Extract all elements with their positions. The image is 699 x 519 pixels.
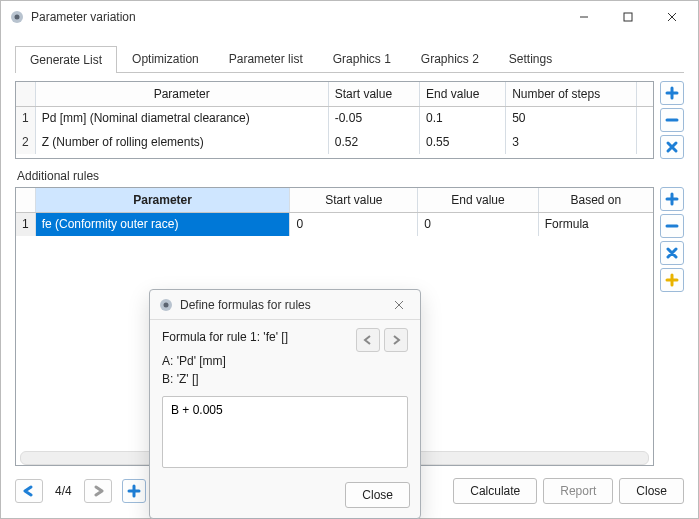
formula-var-a: A: 'Pd' [mm] [162, 354, 408, 368]
clear-rules-button[interactable] [660, 241, 684, 265]
param-table: Parameter Start value End value Number o… [15, 81, 654, 159]
app-icon [158, 297, 174, 313]
close-button[interactable]: Close [619, 478, 684, 504]
cell-start[interactable]: 0.52 [328, 130, 419, 154]
table-row[interactable]: 1 Pd [mm] (Nominal diametral clearance) … [16, 106, 653, 130]
maximize-button[interactable] [606, 2, 650, 32]
cell-based[interactable]: Formula [538, 212, 653, 236]
tab-generate-list[interactable]: Generate List [15, 46, 117, 73]
cell-param[interactable]: fe (Conformity outer race) [35, 212, 290, 236]
page-next-button[interactable] [84, 479, 112, 503]
col-end: End value [420, 82, 506, 106]
remove-param-button[interactable] [660, 108, 684, 132]
cell-steps[interactable]: 50 [506, 106, 637, 130]
formula-input[interactable]: B + 0.005 [162, 396, 408, 468]
svg-point-7 [164, 302, 169, 307]
cell-end[interactable]: 0.55 [420, 130, 506, 154]
row-idx: 1 [16, 106, 35, 130]
report-button[interactable]: Report [543, 478, 613, 504]
next-rule-button[interactable] [384, 328, 408, 352]
row-idx: 2 [16, 130, 35, 154]
col-start: Start value [328, 82, 419, 106]
dialog-close-button[interactable]: Close [345, 482, 410, 508]
param-side-buttons [660, 81, 684, 159]
remove-rule-button[interactable] [660, 214, 684, 238]
window-title: Parameter variation [31, 10, 562, 24]
table-row[interactable]: 2 Z (Number of rolling elements) 0.52 0.… [16, 130, 653, 154]
addl-side-buttons [660, 187, 684, 466]
col-addl-start: Start value [290, 188, 418, 212]
edit-rule-button[interactable] [660, 268, 684, 292]
cell-steps[interactable]: 3 [506, 130, 637, 154]
row-idx: 1 [16, 212, 35, 236]
cell-end[interactable]: 0 [418, 212, 538, 236]
col-idx [16, 82, 35, 106]
tab-graphics-2[interactable]: Graphics 2 [406, 45, 494, 72]
dialog-title: Define formulas for rules [180, 298, 394, 312]
page-prev-button[interactable] [15, 479, 43, 503]
tab-bar: Generate List Optimization Parameter lis… [15, 45, 684, 73]
cell-param[interactable]: Pd [mm] (Nominal diametral clearance) [35, 106, 328, 130]
tab-parameter-list[interactable]: Parameter list [214, 45, 318, 72]
window-close-button[interactable] [650, 2, 694, 32]
col-addl-based: Based on [538, 188, 653, 212]
cell-start[interactable]: -0.05 [328, 106, 419, 130]
col-steps: Number of steps [506, 82, 637, 106]
formula-var-b: B: 'Z' [] [162, 372, 408, 386]
svg-rect-3 [624, 13, 632, 21]
dialog-titlebar: Define formulas for rules [150, 290, 420, 320]
titlebar: Parameter variation [1, 1, 698, 33]
app-icon [9, 9, 25, 25]
content-area: Generate List Optimization Parameter lis… [1, 33, 698, 474]
define-formulas-dialog: Define formulas for rules Formula for ru… [149, 289, 421, 519]
svg-point-1 [15, 15, 20, 20]
page-indicator: 4/4 [49, 484, 78, 498]
cell-start[interactable]: 0 [290, 212, 418, 236]
calculate-button[interactable]: Calculate [453, 478, 537, 504]
add-rule-button[interactable] [660, 187, 684, 211]
add-variant-button[interactable] [122, 479, 146, 503]
col-addl-end: End value [418, 188, 538, 212]
cell-end[interactable]: 0.1 [420, 106, 506, 130]
prev-rule-button[interactable] [356, 328, 380, 352]
parameter-variation-window: Parameter variation Generate List Optimi… [0, 0, 699, 519]
add-param-button[interactable] [660, 81, 684, 105]
col-spacer [637, 82, 653, 106]
param-block: Parameter Start value End value Number o… [15, 81, 684, 159]
tab-settings[interactable]: Settings [494, 45, 567, 72]
table-row[interactable]: 1 fe (Conformity outer race) 0 0 Formula [16, 212, 653, 236]
dialog-body: Formula for rule 1: 'fe' [] A: 'Pd' [mm]… [150, 320, 420, 474]
tab-optimization[interactable]: Optimization [117, 45, 214, 72]
minimize-button[interactable] [562, 2, 606, 32]
col-parameter: Parameter [35, 82, 328, 106]
dialog-close-icon[interactable] [394, 300, 414, 310]
tab-graphics-1[interactable]: Graphics 1 [318, 45, 406, 72]
col-addl-parameter: Parameter [35, 188, 290, 212]
cell-param[interactable]: Z (Number of rolling elements) [35, 130, 328, 154]
additional-rules-label: Additional rules [17, 169, 684, 183]
clear-params-button[interactable] [660, 135, 684, 159]
